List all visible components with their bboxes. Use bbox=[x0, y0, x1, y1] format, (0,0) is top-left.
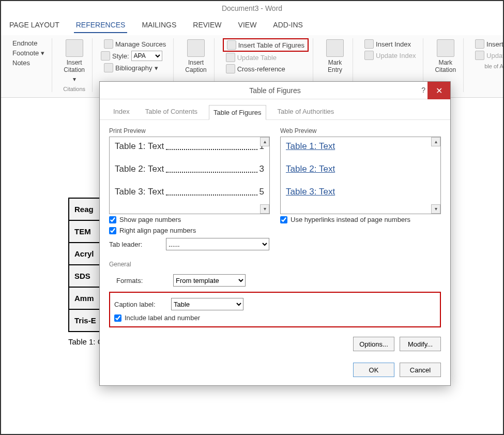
dialog-tab-tof[interactable]: Table of Figures bbox=[209, 105, 266, 120]
tab-review[interactable]: REVIEW bbox=[191, 18, 223, 33]
web-preview-box: ▴ Table 1: Text Table 2: Text Table 3: T… bbox=[280, 137, 441, 214]
next-footnote-button[interactable]: Footnote ▾ bbox=[9, 48, 48, 58]
insert-table-of-figures-button[interactable]: Insert Table of Figures bbox=[223, 38, 309, 52]
style-select[interactable]: APA bbox=[131, 51, 162, 61]
update-table-auth-button[interactable]: Update Table bbox=[472, 50, 504, 61]
right-align-checkbox[interactable] bbox=[109, 227, 116, 234]
scroll-down-web[interactable]: ▾ bbox=[431, 204, 440, 214]
dialog-tabs: Index Table of Contents Table of Figures… bbox=[100, 99, 450, 120]
caption-label-select[interactable]: Table bbox=[171, 298, 243, 310]
insert-caption-button[interactable]: Insert Caption bbox=[182, 38, 209, 74]
insert-citation-button[interactable]: Insert Citation ▾ bbox=[60, 38, 88, 84]
insert-endnote-button[interactable]: Endnote bbox=[9, 38, 48, 48]
window-title: Document3 - Word bbox=[1, 1, 503, 16]
dialog-tab-index[interactable]: Index bbox=[109, 104, 134, 119]
citation-icon bbox=[66, 39, 83, 57]
web-link-3[interactable]: Table 3: Text bbox=[286, 187, 335, 197]
help-button[interactable]: ? bbox=[421, 86, 425, 94]
authorities-label: ble of Authorit bbox=[472, 63, 504, 69]
tab-view[interactable]: VIEW bbox=[236, 18, 259, 33]
caption-icon bbox=[187, 39, 205, 57]
general-legend: General bbox=[109, 261, 441, 268]
caption-label-label: Caption label: bbox=[114, 301, 166, 308]
style-icon bbox=[101, 51, 110, 61]
options-button[interactable]: Options... bbox=[353, 337, 394, 351]
print-preview-label: Print Preview bbox=[109, 127, 270, 134]
tof-icon bbox=[227, 40, 236, 50]
modify-button[interactable]: Modify... bbox=[400, 337, 441, 351]
ok-button[interactable]: OK bbox=[353, 363, 394, 377]
tab-leader-select[interactable]: ...... bbox=[166, 238, 269, 250]
toa-icon bbox=[475, 39, 484, 49]
web-link-1[interactable]: Table 1: Text bbox=[286, 141, 335, 152]
formats-label: Formats: bbox=[116, 277, 168, 284]
dialog-tab-toa[interactable]: Table of Authorities bbox=[273, 104, 339, 119]
use-hyperlinks-checkbox[interactable] bbox=[280, 216, 287, 223]
web-preview-label: Web Preview bbox=[280, 127, 441, 134]
index-icon bbox=[364, 39, 374, 49]
tab-mailings[interactable]: MAILINGS bbox=[140, 18, 178, 33]
insert-table-authorities-button[interactable]: Insert Table of bbox=[472, 38, 504, 50]
print-preview-box: ▴ Table 1: Text1 Table 2: Text3 Table 3:… bbox=[109, 137, 270, 214]
cross-reference-button[interactable]: Cross-reference bbox=[223, 63, 309, 74]
update-index-button[interactable]: Update Index bbox=[361, 50, 419, 61]
tab-addins[interactable]: ADD-INS bbox=[271, 18, 305, 33]
include-label-number-checkbox[interactable] bbox=[114, 314, 121, 322]
tab-leader-label: Tab leader: bbox=[109, 241, 161, 248]
sources-icon bbox=[104, 39, 113, 49]
show-page-numbers-checkbox[interactable] bbox=[109, 216, 116, 223]
scroll-down[interactable]: ▾ bbox=[260, 204, 269, 214]
bibliography-icon bbox=[104, 63, 113, 72]
mark-citation-button[interactable]: Mark Citation bbox=[432, 38, 459, 74]
formats-select[interactable]: From template bbox=[173, 274, 246, 287]
dialog-tab-toc[interactable]: Table of Contents bbox=[141, 104, 202, 119]
cancel-button[interactable]: Cancel bbox=[400, 363, 441, 377]
insert-index-button[interactable]: Insert Index bbox=[361, 38, 419, 50]
tab-references[interactable]: REFERENCES bbox=[74, 18, 128, 33]
scroll-up[interactable]: ▴ bbox=[260, 137, 269, 146]
mark-entry-icon bbox=[326, 39, 344, 57]
mark-citation-icon bbox=[437, 39, 454, 57]
bibliography-button[interactable]: Bibliography ▾ bbox=[101, 62, 169, 73]
table-of-figures-dialog: Table of Figures ? ✕ Index Table of Cont… bbox=[99, 81, 451, 386]
update-table-button[interactable]: Update Table bbox=[223, 52, 309, 63]
dialog-titlebar: Table of Figures ? ✕ bbox=[100, 82, 450, 99]
update-index-icon bbox=[364, 51, 374, 60]
update-toa-icon bbox=[475, 51, 484, 60]
style-row: Style: APA bbox=[101, 50, 169, 62]
web-link-2[interactable]: Table 2: Text bbox=[286, 164, 335, 174]
close-button[interactable]: ✕ bbox=[427, 82, 450, 99]
tab-page-layout[interactable]: PAGE LAYOUT bbox=[7, 18, 62, 33]
citations-group-label: Citations bbox=[60, 86, 88, 92]
ribbon-tabs: PAGE LAYOUT REFERENCES MAILINGS REVIEW V… bbox=[1, 16, 503, 35]
dialog-title: Table of Figures bbox=[249, 86, 301, 95]
update-icon bbox=[226, 53, 235, 62]
scroll-up-web[interactable]: ▴ bbox=[431, 137, 440, 146]
manage-sources-button[interactable]: Manage Sources bbox=[101, 38, 169, 50]
crossref-icon bbox=[226, 64, 235, 73]
show-notes-button[interactable]: Notes bbox=[9, 58, 48, 68]
mark-entry-button[interactable]: Mark Entry bbox=[322, 38, 348, 74]
